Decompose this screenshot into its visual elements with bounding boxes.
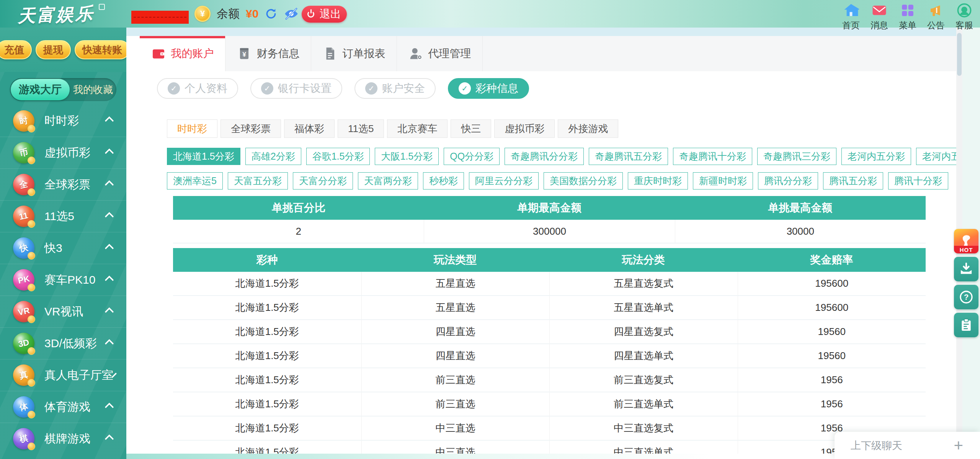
sidebar-item-label: 体育游戏 — [44, 399, 106, 415]
table-cell: 四星直选 — [361, 344, 550, 368]
category-virtual-coin[interactable]: 虚拟币彩 — [494, 119, 555, 138]
sidebar-item-pk10[interactable]: PK 赛车PK10 — [0, 264, 126, 296]
sidebar-item-label: 虚拟币彩 — [44, 145, 106, 161]
report-note-button[interactable] — [954, 313, 978, 337]
logout-button[interactable]: 退出 — [302, 6, 347, 23]
lottery-button[interactable]: 阿里云分分彩 — [469, 172, 539, 189]
lottery-button[interactable]: 高雄2分彩 — [245, 148, 301, 165]
expand-plus-icon[interactable]: + — [954, 438, 963, 454]
limits-table-header: 单挑百分比 单期最高金额 单挑最高金额 — [173, 196, 926, 220]
lottery-button[interactable]: 谷歌1.5分彩 — [306, 148, 370, 165]
tab-label: 我的账户 — [171, 46, 214, 61]
refresh-balance-icon[interactable] — [265, 7, 278, 20]
subtab-bank-card[interactable]: ✓ 银行卡设置 — [250, 78, 342, 99]
lottery-button[interactable]: 重庆时时彩 — [628, 172, 688, 189]
lottery-button[interactable]: 澳洲幸运5 — [167, 172, 223, 189]
lottery-button[interactable]: 美国数据分分彩 — [544, 172, 623, 189]
nav-support[interactable]: 客服 — [952, 2, 976, 31]
lottery-button[interactable]: 新疆时时彩 — [693, 172, 753, 189]
ball-badge — [28, 125, 35, 132]
help-button[interactable]: ? — [954, 285, 978, 309]
tab-order-reports[interactable]: 订单报表 — [311, 36, 397, 71]
lottery-button[interactable]: QQ分分彩 — [444, 148, 500, 165]
table-cell: 前三直选单式 — [549, 392, 738, 416]
menu-grid-icon — [900, 2, 916, 18]
lottery-button[interactable]: 天富五分彩 — [228, 172, 288, 189]
table-cell: 北海道1.5分彩 — [173, 272, 361, 295]
lottery-button[interactable]: 北海道1.5分彩 — [167, 148, 240, 165]
sidebar-item-shishicai[interactable]: 时 时时彩 — [0, 105, 126, 137]
sidebar-item-3d-lowfreq[interactable]: 3D 3D/低频彩 — [0, 327, 126, 359]
table-row: 北海道1.5分彩 前三直选 前三直选复式 1956 — [173, 368, 926, 392]
nav-announcements[interactable]: 公告 — [924, 2, 948, 31]
limits-table: 单挑百分比 单期最高金额 单挑最高金额 2 300000 30000 — [173, 196, 926, 243]
category-beijing-racing[interactable]: 北京赛车 — [387, 119, 448, 138]
lottery-button[interactable]: 腾讯五分彩 — [823, 172, 883, 189]
subtab-lottery-info[interactable]: ✓ 彩种信息 — [448, 78, 529, 99]
sidebar-menu: 时 时时彩 币 虚拟币彩 全 全球彩票 11 11选5 快 快3 PK 赛车PK… — [0, 105, 126, 454]
hide-balance-eye-icon[interactable] — [284, 6, 299, 21]
nav-menu[interactable]: 菜单 — [896, 2, 920, 31]
table-cell: 19560 — [738, 320, 926, 343]
check-circle-icon: ✓ — [365, 82, 377, 95]
download-app-button[interactable] — [954, 257, 978, 281]
chat-title: 上下级聊天 — [851, 439, 954, 452]
tab-agent-management[interactable]: 代理管理 — [397, 36, 483, 71]
lottery-button[interactable]: 秒秒彩 — [423, 172, 464, 189]
category-kuai3[interactable]: 快三 — [451, 119, 491, 138]
category-11x5[interactable]: 11选5 — [338, 119, 384, 138]
category-external-games[interactable]: 外接游戏 — [558, 119, 618, 138]
withdraw-button[interactable]: 提现 — [36, 40, 71, 59]
lottery-button[interactable]: 老河内五分彩 — [841, 148, 911, 165]
nav-label: 菜单 — [899, 20, 916, 31]
nav-home[interactable]: 首页 — [839, 2, 863, 31]
column-header: 玩法类型 — [361, 248, 550, 272]
ball-badge — [28, 157, 35, 164]
nav-messages[interactable]: 消息 — [867, 2, 891, 31]
ball-badge — [28, 347, 35, 355]
main-content: 我的账户 ¥ 财务信息 订单报表 代理管理 ✓ 个人资料 ✓ 银行卡设置 ✓ 账… — [126, 28, 962, 459]
ball-badge — [28, 252, 35, 260]
sidebar-item-kuai3[interactable]: 快 快3 — [0, 232, 126, 264]
lottery-button[interactable]: 天富两分彩 — [358, 172, 418, 189]
subtab-personal-info[interactable]: ✓ 个人资料 — [157, 78, 238, 99]
category-futicai[interactable]: 福体彩 — [284, 119, 335, 138]
tab-financial-info[interactable]: ¥ 财务信息 — [225, 36, 311, 71]
category-global[interactable]: 全球彩票 — [220, 119, 281, 138]
subtab-account-security[interactable]: ✓ 账户安全 — [354, 78, 436, 99]
table-cell: 北海道1.5分彩 — [173, 296, 361, 319]
lottery-button[interactable]: 天富分分彩 — [293, 172, 353, 189]
scrollbar-thumb[interactable] — [957, 33, 962, 76]
lottery-button[interactable]: 奇趣腾讯三分彩 — [757, 148, 836, 165]
column-header: 玩法分类 — [549, 248, 738, 272]
chat-widget[interactable]: 上下级聊天 + — [835, 432, 980, 459]
category-shishicai[interactable]: 时时彩 — [167, 119, 217, 138]
lottery-button[interactable]: 奇趣腾讯分分彩 — [505, 148, 584, 165]
my-favorites-tab[interactable]: 我的收藏 — [70, 83, 116, 96]
nav-label: 客服 — [956, 20, 973, 31]
sidebar-item-board-games[interactable]: 棋 棋牌游戏 — [0, 423, 126, 454]
game-hall-tab[interactable]: 游戏大厅 — [11, 79, 70, 100]
hot-promo-button[interactable]: HOT — [954, 229, 978, 253]
sidebar-item-live-casino[interactable]: 真 真人电子厅室 — [0, 359, 126, 391]
sidebar-item-11x5[interactable]: 11 11选5 — [0, 200, 126, 232]
coin-icon: ¥ — [194, 6, 211, 22]
top-nav: 首页 消息 菜单 公告 客服 — [839, 2, 976, 31]
deposit-button[interactable]: 充值 — [0, 40, 32, 59]
lottery-button[interactable]: 腾讯分分彩 — [758, 172, 818, 189]
tab-my-account[interactable]: 我的账户 — [140, 36, 225, 71]
odds-table-header: 彩种 玩法类型 玩法分类 奖金赔率 — [173, 248, 926, 272]
balance-value: ¥0 — [246, 7, 258, 20]
sidebar-item-vr[interactable]: VR VR视讯 — [0, 296, 126, 327]
quick-transfer-button[interactable]: 快速转账 — [75, 40, 126, 59]
lottery-ball-icon: VR — [13, 301, 34, 322]
sidebar-item-virtual-coin[interactable]: 币 虚拟币彩 — [0, 137, 126, 168]
lottery-button[interactable]: 腾讯十分彩 — [888, 172, 948, 189]
sidebar-item-sports[interactable]: 体 体育游戏 — [0, 391, 126, 423]
nav-label: 首页 — [842, 20, 860, 31]
lottery-button[interactable]: 奇趣腾讯五分彩 — [589, 148, 668, 165]
lottery-button[interactable]: 大阪1.5分彩 — [375, 148, 439, 165]
sidebar-item-global-lottery[interactable]: 全 全球彩票 — [0, 168, 126, 200]
megaphone-icon — [928, 2, 944, 18]
lottery-button[interactable]: 奇趣腾讯十分彩 — [673, 148, 752, 165]
